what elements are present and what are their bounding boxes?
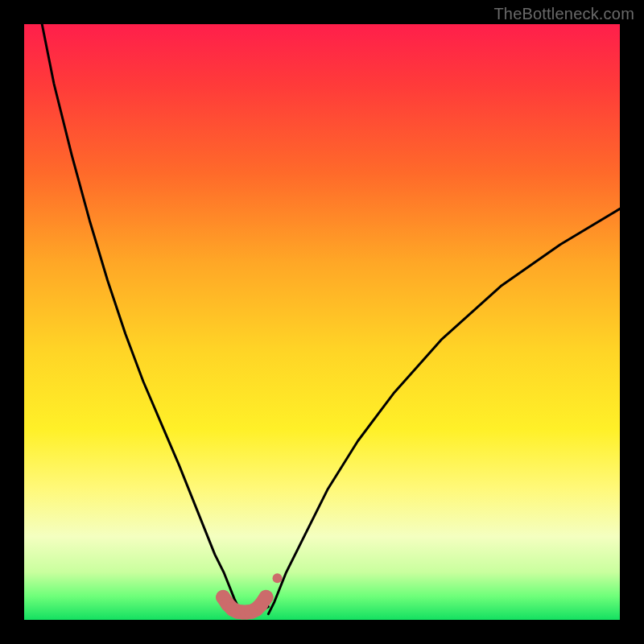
left-branch-line bbox=[42, 24, 242, 614]
right-branch-line bbox=[268, 208, 620, 613]
valley-marker bbox=[273, 573, 283, 583]
valley-marker bbox=[258, 590, 273, 605]
watermark-text: TheBottleneck.com bbox=[493, 5, 634, 23]
curve-layer bbox=[24, 24, 620, 620]
outer-frame: TheBottleneck.com bbox=[0, 0, 644, 644]
